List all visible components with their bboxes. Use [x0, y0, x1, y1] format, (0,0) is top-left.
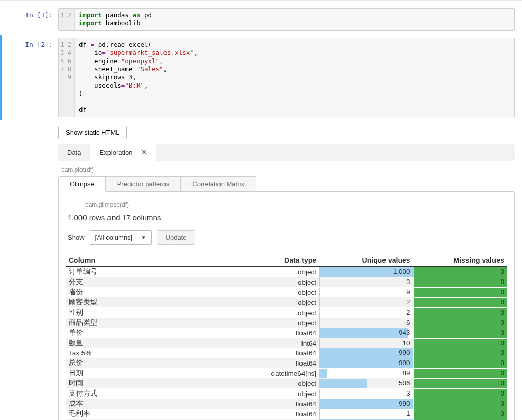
unique-bar: 506	[319, 379, 413, 388]
code-cell-1[interactable]: In [1]: 1 2 import pandas as pd import b…	[0, 6, 522, 33]
select-value: [All columns]	[95, 234, 133, 241]
missing-bar: 0	[414, 267, 507, 277]
missing-bar: 0	[414, 379, 507, 388]
show-label: Show	[68, 234, 85, 241]
missing-bar: 0	[414, 409, 507, 419]
dtype-value: float64	[235, 329, 319, 338]
column-name: 支付方式	[66, 388, 235, 399]
code-cell-2[interactable]: In [2]: 1 2 3 4 5 6 7 8 9 df = pd.read_e…	[0, 35, 522, 120]
dtype-value: float64	[235, 359, 319, 368]
column-name: 单价	[66, 328, 235, 338]
missing-bar: 0	[414, 277, 507, 287]
sub-tabs: Glimpse Predictor patterns Correlation M…	[58, 176, 515, 192]
unique-bar: 3	[319, 389, 413, 399]
code-input-area[interactable]: 1 2 3 4 5 6 7 8 9 df = pd.read_excel( io…	[58, 38, 515, 117]
code-text[interactable]: df = pd.read_excel( io="supermarkt_sales…	[75, 38, 514, 117]
missing-bar: 0	[414, 399, 507, 409]
column-name: 顾客类型	[66, 297, 235, 307]
code-text[interactable]: import pandas as pd import bamboolib	[75, 9, 514, 30]
table-row[interactable]: 毛利率float6410	[66, 409, 507, 419]
table-row[interactable]: 分支object30	[66, 277, 507, 287]
prompt-label: In [2]:	[2, 38, 58, 117]
code-input-area[interactable]: 1 2 import pandas as pd import bamboolib	[58, 8, 515, 31]
column-name: 省份	[66, 287, 235, 297]
table-row[interactable]: 日期datetime64[ns]890	[66, 368, 507, 378]
dtype-value: object	[235, 379, 319, 388]
dtype-value: object	[235, 309, 319, 317]
column-name: 总价	[66, 358, 235, 368]
table-row[interactable]: 顾客类型object20	[66, 297, 507, 307]
table-row[interactable]: Tax 5%float649900	[66, 348, 507, 358]
unique-bar: 990	[319, 348, 413, 358]
table-row[interactable]: 性别object20	[66, 307, 507, 318]
unique-bar: 10	[319, 339, 413, 348]
missing-bar: 0	[414, 369, 507, 378]
unique-bar: 1	[319, 409, 413, 419]
tab-correlation[interactable]: Correlation Matrix	[180, 176, 256, 192]
table-row[interactable]: 数量int64100	[66, 338, 507, 348]
table-row[interactable]: 总价float649900	[66, 358, 507, 368]
glimpse-table: Column Data type Unique values Missing v…	[66, 254, 507, 420]
dtype-value: datetime64[ns]	[235, 369, 319, 378]
notebook: In [1]: 1 2 import pandas as pd import b…	[0, 0, 522, 420]
tab-data[interactable]: Data	[58, 144, 90, 161]
header-column: Column	[66, 254, 235, 267]
column-name: 订单编号	[66, 267, 235, 277]
missing-bar: 0	[414, 348, 507, 358]
header-dtype: Data type	[235, 254, 319, 267]
dtype-value: object	[235, 268, 319, 276]
header-unique: Unique values	[319, 254, 413, 267]
unique-bar: 990	[319, 358, 413, 368]
table-row[interactable]: 支付方式object30	[66, 388, 507, 399]
tab-predictor[interactable]: Predictor patterns	[105, 176, 181, 192]
dtype-value: object	[235, 389, 319, 398]
chevron-down-icon: ▼	[141, 235, 146, 240]
line-gutter: 1 2	[59, 9, 75, 30]
column-name: 商品类型	[66, 318, 235, 328]
unique-bar: 943	[319, 328, 413, 338]
tab-label: Data	[67, 149, 81, 156]
show-static-html-button[interactable]: Show static HTML	[58, 126, 127, 139]
missing-bar: 0	[414, 339, 507, 348]
main-tabs: Data Exploration ✕	[58, 144, 515, 161]
unique-bar: 990	[319, 399, 413, 409]
unique-bar: 1,000	[319, 267, 413, 277]
unique-bar: 3	[319, 277, 413, 287]
close-icon[interactable]: ✕	[141, 148, 147, 156]
column-name: 成本	[66, 399, 235, 409]
column-name: 时间	[66, 378, 235, 388]
table-row[interactable]: 订单编号object1,0000	[66, 267, 507, 277]
tab-glimpse[interactable]: Glimpse	[58, 176, 106, 192]
summary-text: 1,000 rows and 17 columns	[66, 211, 507, 229]
unique-bar: 89	[319, 369, 413, 378]
dtype-value: object	[235, 319, 319, 327]
table-row[interactable]: 时间object5060	[66, 378, 507, 388]
missing-bar: 0	[414, 298, 507, 307]
tab-exploration[interactable]: Exploration ✕	[90, 144, 156, 161]
missing-bar: 0	[414, 318, 507, 328]
dtype-value: object	[235, 278, 319, 287]
unique-bar: 9	[319, 288, 413, 297]
table-row[interactable]: 商品类型object60	[66, 318, 507, 328]
line-gutter: 1 2 3 4 5 6 7 8 9	[59, 38, 75, 117]
missing-bar: 0	[414, 288, 507, 297]
bam-glimpse-text: bam.glimpse(df)	[66, 199, 507, 211]
unique-bar: 2	[319, 308, 413, 318]
dtype-value: object	[235, 298, 319, 307]
table-row[interactable]: 成本float649900	[66, 399, 507, 409]
dtype-value: float64	[235, 410, 319, 418]
table-row[interactable]: 省份object90	[66, 287, 507, 297]
header-missing: Missing values	[414, 254, 507, 267]
dtype-value: float64	[235, 400, 319, 408]
table-row[interactable]: 单价float649430	[66, 328, 507, 338]
show-columns-row: Show [All columns] ▼ Update	[66, 229, 507, 254]
missing-bar: 0	[414, 389, 507, 399]
dtype-value: int64	[235, 339, 319, 348]
columns-select[interactable]: [All columns] ▼	[90, 230, 152, 245]
output-area: Show static HTML Data Exploration ✕ bam.…	[58, 122, 515, 420]
missing-bar: 0	[414, 358, 507, 368]
glimpse-panel: bam.glimpse(df) 1,000 rows and 17 column…	[58, 191, 515, 420]
column-name: 数量	[66, 338, 235, 348]
update-button[interactable]: Update	[157, 230, 196, 245]
tab-label: Exploration	[99, 149, 132, 156]
